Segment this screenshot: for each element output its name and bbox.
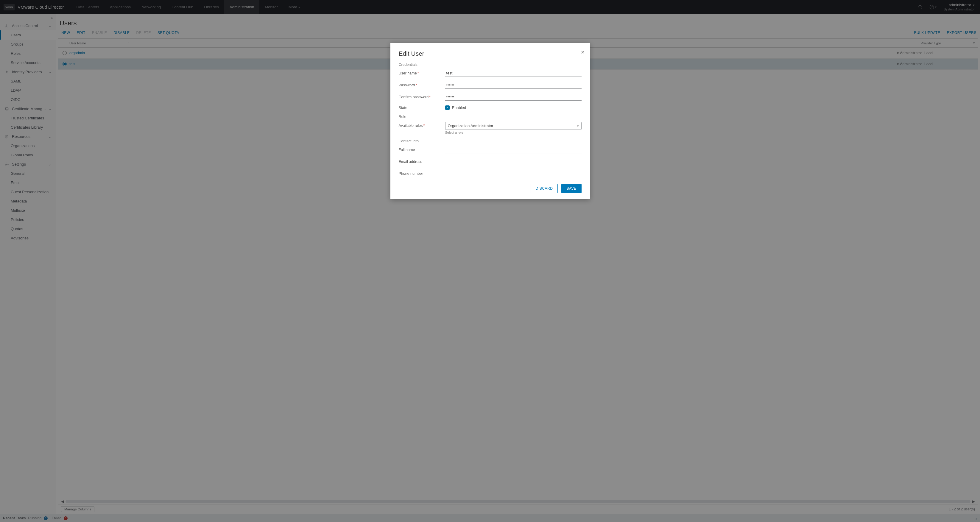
role-helper: Select a role [445,131,582,134]
role-select[interactable]: Organization Administrator ▾ [445,122,582,130]
enabled-label: Enabled [452,105,466,110]
email-input[interactable] [445,158,582,165]
phone-input[interactable] [445,170,582,177]
modal-backdrop[interactable]: Edit User ✕ Credentials User name* Passw… [0,0,980,522]
role-section-label: Role [399,115,582,119]
confirm-password-input[interactable] [445,94,582,101]
edit-user-dialog: Edit User ✕ Credentials User name* Passw… [390,43,590,199]
discard-button[interactable]: DISCARD [531,184,558,193]
close-icon[interactable]: ✕ [581,49,585,55]
contact-section-label: Contact Info [399,139,582,143]
role-select-value: Organization Administrator [448,124,493,128]
phone-label: Phone number [399,172,423,176]
username-label: User name [399,71,417,75]
chevron-down-icon: ▾ [577,124,579,128]
dialog-title: Edit User [399,50,582,57]
full-name-label: Full name [399,148,415,152]
state-label: State [399,106,407,110]
available-roles-label: Available roles [399,124,423,128]
enabled-checkbox[interactable]: ✓ [445,105,450,110]
confirm-password-label: Confirm password [399,95,429,99]
password-label: Password [399,83,415,87]
credentials-section-label: Credentials [399,62,582,67]
save-button[interactable]: SAVE [561,184,581,193]
username-input[interactable] [445,70,582,77]
full-name-input[interactable] [445,146,582,153]
password-input[interactable] [445,81,582,89]
email-label: Email address [399,160,422,164]
